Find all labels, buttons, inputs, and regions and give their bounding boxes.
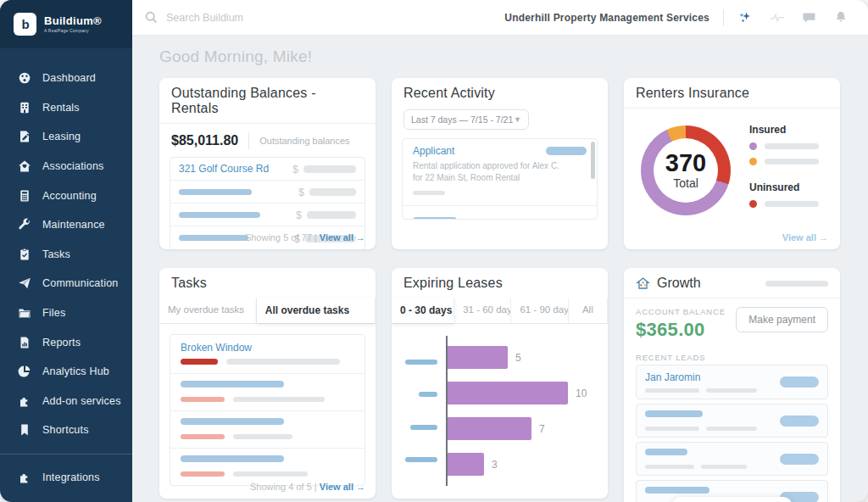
sidebar-item-label: Integrations <box>42 471 100 483</box>
footer-separator: | <box>314 482 317 492</box>
list-item[interactable] <box>636 404 828 438</box>
overdue-bar <box>181 397 225 402</box>
date-range-dropdown[interactable]: Last 7 days — 7/15 - 7/21 ▼ <box>403 109 529 130</box>
sidebar-item-label: Shortcuts <box>42 424 89 436</box>
redacted-line <box>226 359 340 365</box>
sidebar-item-leasing[interactable]: Leasing <box>0 122 132 152</box>
view-all-link[interactable]: View all → <box>782 232 828 243</box>
tab-all-overdue-tasks[interactable]: All overdue tasks <box>257 298 376 323</box>
cards-grid: Outstanding Balances - Rentals $85,011.8… <box>159 78 868 502</box>
sidebar-item-associations[interactable]: Associations <box>0 152 132 181</box>
card-footer: Showing 4 of 5 | View all → <box>250 482 365 492</box>
buildium-logo-icon: b <box>14 13 36 36</box>
search-bar[interactable] <box>132 10 504 25</box>
redacted-lead-name <box>645 449 687 455</box>
list-item[interactable]: Jan Jaromin <box>636 365 828 399</box>
lease-bar <box>448 453 484 476</box>
activity-type-link[interactable]: Applicant <box>413 145 454 157</box>
table-row[interactable]: $ <box>170 181 364 204</box>
paper-plane-icon <box>18 276 31 290</box>
card-renters-insurance: Renters Insurance 370 Total Insured Unin… <box>624 78 840 249</box>
chart-y-labels <box>403 336 446 486</box>
list-item[interactable]: Applicant Rental application approved fo… <box>403 139 597 206</box>
redacted-title <box>413 217 457 220</box>
tab-31-60-days[interactable]: 31 - 60 days <box>454 298 511 323</box>
redacted-badge <box>546 147 587 155</box>
redacted-task-title <box>181 381 284 388</box>
sidebar-item-dashboard[interactable]: Dashboard <box>0 64 132 93</box>
lease-range-tabs: 0 - 30 days 31 - 60 days 61 - 90 days Al… <box>392 298 608 324</box>
account-name: Underhill Property Management Services <box>504 12 709 24</box>
sparkles-icon[interactable] <box>737 10 753 25</box>
date-range-value: Last 7 days — 7/15 - 7/21 <box>411 114 513 125</box>
bar-value: 5 <box>515 352 521 364</box>
sidebar-item-addon-services[interactable]: Add-on services <box>0 387 132 416</box>
sidebar-item-maintenance[interactable]: Maintenance <box>0 210 132 240</box>
lead-action-pill[interactable] <box>780 454 819 465</box>
lead-name-link[interactable]: Jan Jaromin <box>645 371 757 383</box>
bar-value: 10 <box>576 388 587 399</box>
sidebar-item-tasks[interactable]: Tasks <box>0 240 132 270</box>
tab-0-30-days[interactable]: 0 - 30 days <box>392 298 454 323</box>
tab-all[interactable]: All <box>569 298 608 323</box>
redacted-line <box>706 427 757 431</box>
sidebar-item-rentals[interactable]: Rentals <box>0 93 132 123</box>
list-item[interactable] <box>170 449 364 485</box>
lead-action-pill[interactable] <box>780 376 819 388</box>
sidebar-item-integrations[interactable]: Integrations <box>0 462 132 492</box>
view-all-link[interactable]: View all → <box>320 232 365 243</box>
redacted-legend-value <box>765 159 819 165</box>
view-all-link[interactable]: View all → <box>320 482 365 492</box>
pulse-icon[interactable] <box>770 10 785 25</box>
sidebar-item-communication[interactable]: Communication <box>0 269 132 298</box>
list-item[interactable] <box>636 442 828 476</box>
sidebar-item-label: Analytics Hub <box>42 365 109 377</box>
sidebar-item-accounting[interactable]: Accounting <box>0 181 132 210</box>
list-item[interactable]: Broken Window <box>170 335 364 374</box>
list-item[interactable] <box>170 411 364 449</box>
greeting: Good Morning, Mike! <box>159 47 868 66</box>
insurance-total-label: Total <box>673 176 698 190</box>
redacted-line <box>233 434 292 439</box>
sidebar-item-analytics-hub[interactable]: Analytics Hub <box>0 357 132 387</box>
card-outstanding-balances: Outstanding Balances - Rentals $85,011.8… <box>159 78 376 249</box>
chat-icon[interactable] <box>802 10 817 25</box>
account-balance: $365.00 <box>636 319 726 341</box>
footer-separator: | <box>314 232 317 243</box>
task-link[interactable]: Broken Window <box>181 342 354 354</box>
sidebar-item-shortcuts[interactable]: Shortcuts <box>0 416 132 445</box>
table-row[interactable]: $ <box>170 204 364 226</box>
redacted-line <box>645 427 699 431</box>
search-input[interactable] <box>166 12 387 24</box>
purple-legend-dot <box>749 142 757 150</box>
card-recent-activity: Recent Activity Last 7 days — 7/15 - 7/2… <box>392 78 608 249</box>
bookmark-icon <box>18 423 31 437</box>
compose-email-button[interactable]: + Compose email <box>672 497 793 502</box>
lead-action-pill[interactable] <box>780 416 819 427</box>
redacted-task-title <box>181 455 284 462</box>
list-item[interactable] <box>403 206 597 220</box>
wrench-icon <box>18 218 31 231</box>
redacted-task-title <box>181 418 284 425</box>
sidebar-item-label: Tasks <box>42 248 70 260</box>
tab-61-90-days[interactable]: 61 - 90 days <box>511 298 568 323</box>
make-payment-button[interactable]: Make payment <box>736 307 828 332</box>
scrollbar-thumb[interactable] <box>591 142 595 179</box>
clipboard-check-icon <box>18 248 31 261</box>
sidebar-item-reports[interactable]: Reports <box>0 327 132 357</box>
buildium-logo[interactable]: b Buildium® A RealPage Company <box>0 0 132 48</box>
property-link[interactable]: 321 Golf Course Rd <box>179 163 269 175</box>
redacted-amount <box>307 211 356 219</box>
table-row[interactable]: 321 Golf Course Rd $ <box>170 158 364 181</box>
redacted-axis-label <box>410 425 437 430</box>
sidebar-item-label: Associations <box>42 160 104 172</box>
dashboard-icon <box>18 71 31 85</box>
folder-icon <box>18 306 31 320</box>
overdue-bar <box>181 359 218 365</box>
sidebar-item-files[interactable]: Files <box>0 298 132 328</box>
list-item[interactable] <box>170 374 364 411</box>
bell-icon[interactable] <box>834 10 849 25</box>
tab-my-overdue-tasks[interactable]: My overdue tasks <box>159 298 257 323</box>
redacted-lead-name <box>645 487 709 494</box>
tasks-list: Broken Window <box>170 334 365 486</box>
